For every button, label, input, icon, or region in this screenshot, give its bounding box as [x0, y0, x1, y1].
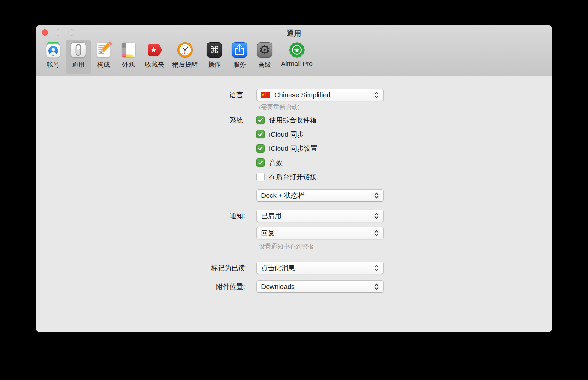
dock-statusbar-value: Dock + 状态栏 — [261, 191, 305, 200]
toolbar-label: 稍后提醒 — [172, 60, 198, 69]
mark-as-read-select[interactable]: 点击此消息 — [256, 262, 384, 274]
notification-action-row: 回复 — [36, 227, 552, 239]
notifications-enabled-value: 已启用 — [261, 211, 281, 220]
compose-icon — [95, 41, 112, 59]
toolbar-item-general[interactable]: 通用 — [66, 40, 91, 74]
system-checkbox-row: 音效 — [36, 158, 552, 167]
actions-icon: ⌘ — [206, 41, 223, 59]
toolbar-item-compose[interactable]: 构成 — [91, 40, 116, 74]
preferences-toolbar: 帐号 通用 — [41, 40, 549, 76]
general-icon — [70, 41, 87, 59]
system-checkbox-row: 系统: 使用综合收件箱 — [36, 116, 552, 124]
preferences-window: 通用 — [36, 25, 552, 332]
general-preferences-pane: 语言: Chinese Simplified — [36, 76, 552, 332]
attachments-label: 附件位置: — [36, 282, 245, 291]
language-row: 语言: Chinese Simplified — [36, 89, 552, 101]
window-title: 通用 — [36, 28, 552, 38]
chevron-up-down-icon — [373, 212, 380, 220]
system-checkbox-row: iCloud 同步 — [36, 130, 552, 138]
toolbar-item-airmail-pro[interactable]: Airmail Pro — [277, 40, 317, 73]
icloud-sync-settings-checkbox[interactable] — [256, 144, 265, 153]
mark-as-read-label: 标记为已读 — [36, 263, 245, 272]
chevron-up-down-icon — [373, 283, 380, 290]
mark-as-read-row: 标记为已读 点击此消息 — [36, 262, 552, 274]
notification-center-caption: 设置通知中心到警报 — [259, 242, 314, 251]
toolbar-item-snooze[interactable]: 稍后提醒 — [168, 40, 202, 74]
notification-action-select[interactable]: 回复 — [256, 227, 384, 239]
attachments-row: 附件位置: Downloads — [36, 280, 552, 293]
svg-text:⌘: ⌘ — [209, 44, 219, 56]
toolbar-item-appearance[interactable]: 外观 — [116, 40, 141, 74]
system-label: 系统: — [36, 116, 245, 125]
toolbar-label: 收藏夹 — [145, 60, 164, 69]
toolbar-item-services[interactable]: 服务 — [227, 40, 252, 74]
sounds-checkbox[interactable] — [256, 158, 265, 167]
airmail-pro-icon — [288, 41, 306, 59]
accounts-icon — [44, 41, 62, 59]
toolbar-label: 服务 — [233, 60, 246, 69]
china-flag-icon — [261, 92, 270, 98]
system-checkbox-row: 在后台打开链接 — [36, 173, 552, 181]
notification-action-value: 回复 — [261, 229, 275, 238]
notifications-enabled-select[interactable]: 已启用 — [256, 210, 384, 222]
toolbar-item-accounts[interactable]: 帐号 — [41, 40, 66, 74]
toolbar-item-favorites[interactable]: 收藏夹 — [141, 40, 168, 74]
attachments-location-select[interactable]: Downloads — [256, 280, 384, 293]
chevron-up-down-icon — [373, 264, 380, 272]
toolbar-label: 高级 — [258, 60, 271, 69]
toolbar-label: 构成 — [97, 60, 110, 69]
chevron-up-down-icon — [373, 91, 380, 99]
system-checkbox-row: iCloud 同步设置 — [36, 144, 552, 153]
advanced-icon: ⚙ — [256, 41, 273, 59]
dock-statusbar-select[interactable]: Dock + 状态栏 — [256, 189, 384, 202]
language-select[interactable]: Chinese Simplified — [256, 89, 384, 101]
restart-required-caption: (需要重新启动) — [259, 103, 300, 111]
toolbar-item-actions[interactable]: ⌘ 操作 — [202, 40, 227, 74]
window-chrome: 通用 — [36, 25, 552, 76]
notification-caption-row: 设置通知中心到警报 — [36, 242, 552, 251]
chevron-up-down-icon — [373, 229, 380, 237]
toolbar-label: 帐号 — [47, 60, 60, 69]
mark-as-read-value: 点击此消息 — [261, 263, 295, 272]
chevron-up-down-icon — [373, 192, 380, 199]
toolbar-label: 外观 — [122, 60, 135, 69]
dock-row: Dock + 状态栏 — [36, 189, 552, 202]
services-icon — [231, 41, 248, 59]
snooze-icon — [176, 41, 194, 59]
toolbar-label: Airmail Pro — [281, 60, 313, 68]
attachments-location-value: Downloads — [261, 283, 295, 290]
appearance-icon — [120, 41, 137, 59]
unified-inbox-checkbox[interactable] — [256, 116, 265, 124]
toolbar-label: 操作 — [208, 60, 221, 69]
language-caption-row: (需要重新启动) — [36, 103, 552, 111]
notifications-row: 通知: 已启用 — [36, 210, 552, 222]
language-value: Chinese Simplified — [274, 91, 330, 99]
open-links-background-checkbox[interactable] — [256, 173, 265, 181]
favorites-icon — [146, 41, 163, 59]
language-label: 语言: — [36, 90, 245, 100]
icloud-sync-checkbox[interactable] — [256, 130, 265, 138]
notifications-label: 通知: — [36, 211, 245, 220]
toolbar-label: 通用 — [72, 60, 85, 69]
toolbar-item-advanced[interactable]: ⚙ 高级 — [252, 40, 277, 74]
svg-text:⚙: ⚙ — [259, 42, 270, 57]
